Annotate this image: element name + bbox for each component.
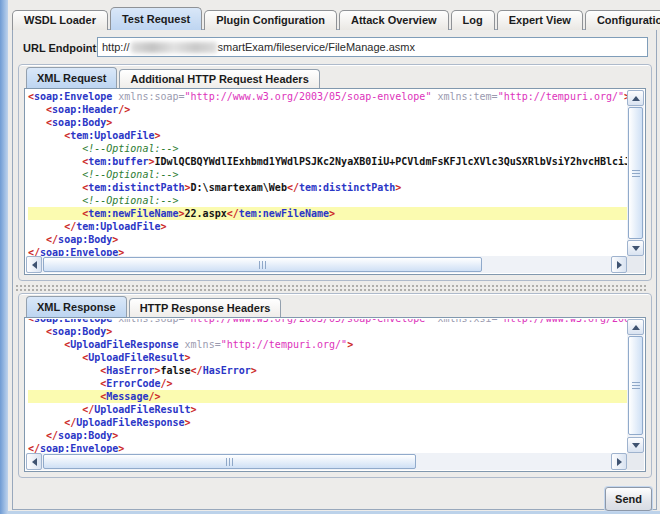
scroll-right-button[interactable] [611, 453, 627, 470]
application-window: WSDL Loader Test Request Plugin Configur… [0, 0, 660, 514]
tab-additional-http-request-headers[interactable]: Additional HTTP Request Headers [119, 69, 319, 88]
highlighted-code-line: <tem:newFileName>22.aspx</tem:newFileNam… [28, 207, 627, 220]
split-divider[interactable] [15, 284, 646, 292]
url-endpoint-label: URL Endpoint: [23, 42, 100, 54]
highlighted-code-line: <Message/> [28, 390, 627, 403]
scroll-left-icon [32, 261, 37, 269]
url-suffix: smartExam/fileservice/FileManage.asmx [218, 41, 415, 53]
scroll-left-button[interactable] [26, 453, 42, 470]
tab-xml-request[interactable]: XML Request [26, 67, 117, 88]
scroll-right-button[interactable] [611, 256, 627, 273]
scroll-down-icon [632, 246, 640, 251]
code-line: <UploadFileResponse xmlns="http://tempur… [28, 338, 627, 351]
scroll-up-icon [632, 325, 640, 330]
code-line: <soap:Envelope xmlns:soap="http://www.w3… [28, 319, 627, 325]
code-line: <ErrorCode/> [28, 377, 627, 390]
request-horizontal-scrollbar[interactable] [26, 256, 627, 273]
response-vscroll-thumb[interactable] [628, 336, 643, 435]
response-vertical-scrollbar[interactable] [627, 319, 644, 453]
url-prefix: http:// [102, 41, 130, 53]
code-line: </soap:Envelope> [28, 442, 627, 453]
tab-http-response-headers[interactable]: HTTP Response Headers [129, 298, 282, 317]
code-line: </soap:Body> [28, 233, 627, 246]
scrollbar-corner [627, 256, 644, 273]
code-line: <HasError>false</HasError> [28, 364, 627, 377]
scroll-up-button[interactable] [627, 90, 644, 106]
code-line: <!--Optional:--> [28, 194, 627, 207]
code-line: </tem:UploadFile> [28, 220, 627, 233]
code-line: <soap:Header/> [28, 103, 627, 116]
request-tab-bar: XML Request Additional HTTP Request Head… [26, 67, 320, 88]
code-line: </UploadFileResult> [28, 403, 627, 416]
tab-log[interactable]: Log [451, 10, 495, 30]
scroll-down-button[interactable] [627, 240, 644, 256]
response-tab-bar: XML Response HTTP Response Headers [26, 296, 281, 317]
request-code-area[interactable]: <soap:Envelope xmlns:soap="http://www.w3… [26, 90, 627, 256]
code-line: <soap:Body> [28, 116, 627, 129]
code-line: <!--Optional:--> [28, 142, 627, 155]
tab-expert-view[interactable]: Expert View [497, 10, 583, 30]
scroll-right-icon [617, 458, 622, 466]
scroll-right-icon [617, 261, 622, 269]
request-editor: <soap:Envelope xmlns:soap="http://www.w3… [24, 88, 646, 275]
code-line: <tem:buffer>IDwlQCBQYWdlIExhbmd1YWdlPSJK… [28, 155, 627, 168]
code-line: <UploadFileResult> [28, 351, 627, 364]
scrollbar-corner [627, 453, 644, 470]
tab-configuration[interactable]: Configuration [585, 10, 660, 30]
scroll-left-icon [32, 458, 37, 466]
tab-wsdl-loader[interactable]: WSDL Loader [12, 10, 108, 30]
scroll-left-button[interactable] [26, 256, 42, 273]
tab-attack-overview[interactable]: Attack Overview [339, 10, 449, 30]
response-code-area[interactable]: <soap:Envelope xmlns:soap="http://www.w3… [26, 319, 627, 453]
tab-content-pane: URL Endpoint: http://smartExam/fileservi… [12, 29, 657, 510]
request-hscroll-thumb[interactable] [43, 257, 482, 272]
tab-xml-response[interactable]: XML Response [26, 296, 127, 317]
scroll-up-icon [632, 96, 640, 101]
request-panel: XML Request Additional HTTP Request Head… [18, 64, 652, 281]
main-tab-bar: WSDL Loader Test Request Plugin Configur… [12, 7, 660, 30]
code-line: </soap:Body> [28, 429, 627, 442]
window-left-border [0, 0, 8, 514]
request-vscroll-thumb[interactable] [628, 107, 643, 239]
scroll-down-button[interactable] [627, 437, 644, 453]
response-hscroll-thumb[interactable] [43, 454, 416, 469]
tab-test-request[interactable]: Test Request [110, 7, 202, 30]
scroll-down-icon [632, 443, 640, 448]
code-line: <tem:distinctPath>D:\smartexam\Web</tem:… [28, 181, 627, 194]
code-line: <tem:UploadFile> [28, 129, 627, 142]
response-panel: XML Response HTTP Response Headers <soap… [18, 293, 652, 478]
code-line: <!--Optional:--> [28, 168, 627, 181]
response-editor: <soap:Envelope xmlns:soap="http://www.w3… [24, 317, 646, 472]
send-button[interactable]: Send [605, 487, 652, 511]
code-line: </soap:Envelope> [28, 246, 627, 256]
url-redacted-host [131, 42, 217, 53]
request-vertical-scrollbar[interactable] [627, 90, 644, 256]
tab-plugin-configuration[interactable]: Plugin Configuration [204, 10, 337, 30]
code-line: </UploadFileResponse> [28, 416, 627, 429]
url-endpoint-field[interactable]: http://smartExam/fileservice/FileManage.… [97, 37, 648, 57]
code-line: <soap:Body> [28, 325, 627, 338]
response-horizontal-scrollbar[interactable] [26, 453, 627, 470]
code-line: <soap:Envelope xmlns:soap="http://www.w3… [28, 90, 627, 103]
scroll-up-button[interactable] [627, 319, 644, 335]
